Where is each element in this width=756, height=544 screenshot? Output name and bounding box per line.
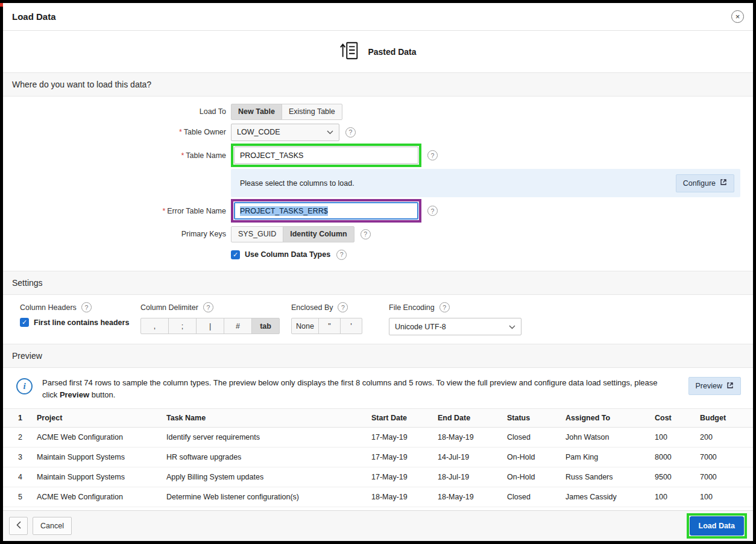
selected-text: PROJECT_TASKS_ERR$ [240, 206, 328, 216]
error-table-name-help-icon[interactable]: ? [427, 206, 438, 216]
table-header-cell: Budget [694, 409, 753, 428]
table-name-help-icon[interactable]: ? [427, 150, 438, 160]
enclosed-by-option-single-quote[interactable]: ' [340, 318, 362, 334]
table-cell: Maintain Support Systems [31, 467, 160, 487]
primary-keys-option-identity-column[interactable]: Identity Column [283, 226, 354, 242]
table-name-input[interactable] [234, 147, 418, 164]
cancel-button[interactable]: Cancel [33, 517, 72, 535]
dialog-title: Load Data [12, 11, 56, 22]
table-name-row: *Table Name ? [3, 144, 753, 167]
preview-note: i Parsed first 74 rows to sample the col… [3, 368, 753, 408]
load-data-button[interactable]: Load Data [690, 516, 744, 536]
table-header-cell: Cost [649, 409, 694, 428]
table-cell: On-Hold [501, 467, 559, 487]
table-header-cell: End Date [432, 409, 501, 428]
table-cell: Maintain Support Systems [31, 448, 160, 467]
column-delimiter-toggle: , ; | # tab [140, 318, 280, 334]
delimiter-option-tab[interactable]: tab [251, 318, 280, 334]
close-icon: × [736, 13, 740, 21]
file-encoding-select[interactable]: Unicode UTF-8 [389, 318, 521, 335]
column-delimiter-help-icon[interactable]: ? [203, 302, 213, 312]
configure-button[interactable]: Configure [676, 174, 734, 192]
chevron-left-icon [16, 521, 21, 531]
table-row: 5 ACME Web Configuration Determine Web l… [3, 487, 753, 507]
required-asterisk: * [162, 207, 165, 215]
delimiter-option-pipe[interactable]: | [196, 318, 224, 334]
check-icon: ✓ [22, 318, 27, 326]
table-cell: ACME Web Configuration [31, 487, 160, 507]
table-cell: 3 [3, 448, 31, 467]
chevron-down-icon [327, 128, 333, 136]
table-cell: 7000 [694, 448, 753, 467]
primary-keys-option-sys-guid[interactable]: SYS_GUID [231, 226, 283, 242]
column-delimiter-label-row: Column Delimiter ? [140, 302, 291, 312]
table-cell: 100 [649, 487, 694, 507]
table-cell: On-Hold [501, 448, 559, 467]
delimiter-option-hash[interactable]: # [224, 318, 252, 334]
table-header-cell: Status [501, 409, 559, 428]
table-row: 3 Maintain Support Systems HR software u… [3, 448, 753, 467]
table-owner-row: *Table Owner LOW_CODE ? [3, 123, 753, 141]
table-cell: Identify server requirements [160, 428, 365, 448]
table-cell: John Watson [559, 428, 649, 448]
load-data-dialog: Load Data × Pasted Data Where do you wan… [3, 3, 753, 541]
delimiter-option-comma[interactable]: , [140, 318, 169, 334]
first-line-headers-label: First line contains headers [34, 318, 129, 327]
file-encoding-help-icon[interactable]: ? [439, 302, 450, 312]
table-cell: Apply Billing System updates [160, 467, 365, 487]
enclosed-by-help-icon[interactable]: ? [338, 302, 348, 312]
chevron-down-icon [509, 323, 515, 331]
table-header-cell: Assigned To [559, 409, 649, 428]
column-headers-help-icon[interactable]: ? [81, 302, 92, 312]
required-asterisk: * [181, 151, 184, 160]
table-owner-select[interactable]: LOW_CODE [231, 124, 339, 141]
table-cell: 5 [3, 487, 31, 507]
enclosed-by-option-none[interactable]: None [291, 318, 319, 334]
load-to-toggle: New Table Existing Table [231, 104, 342, 120]
table-owner-value: LOW_CODE [237, 128, 280, 136]
use-column-data-types-checkbox[interactable]: ✓ [231, 250, 240, 259]
primary-keys-help-icon[interactable]: ? [361, 229, 371, 239]
table-cell: James Cassidy [559, 487, 649, 507]
section-settings-title: Settings [3, 271, 753, 295]
delimiter-option-semicolon[interactable]: ; [168, 318, 197, 334]
enclosed-by-option-double-quote[interactable]: " [318, 318, 341, 334]
first-line-headers-checkbox[interactable]: ✓ [20, 318, 29, 327]
close-button[interactable]: × [731, 10, 744, 23]
preview-button[interactable]: Preview [688, 377, 741, 395]
annotation-green-table-name [231, 144, 421, 167]
table-owner-help-icon[interactable]: ? [345, 127, 356, 138]
file-encoding-group: File Encoding ? Unicode UTF-8 [389, 302, 521, 335]
table-row: 2 ACME Web Configuration Identify server… [3, 428, 753, 448]
load-to-option-new-table[interactable]: New Table [231, 104, 282, 120]
primary-keys-row: Primary Keys SYS_GUID Identity Column ? [3, 225, 753, 243]
use-column-data-types-help-icon[interactable]: ? [336, 250, 347, 260]
file-encoding-label-row: File Encoding ? [389, 302, 521, 312]
table-cell: Russ Sanders [559, 467, 649, 487]
enclosed-by-toggle: None " ' [291, 318, 362, 334]
data-source-row: Pasted Data [3, 31, 753, 72]
table-cell: 17-May-19 [365, 428, 432, 448]
table-cell: 100 [649, 428, 694, 448]
file-encoding-value: Unicode UTF-8 [395, 323, 446, 331]
enclosed-by-group: Enclosed By ? None " ' [291, 302, 389, 335]
back-button[interactable] [9, 517, 28, 535]
load-to-row: Load To New Table Existing Table [3, 103, 753, 121]
load-to-option-existing-table[interactable]: Existing Table [282, 104, 342, 120]
table-cell: 9500 [649, 467, 694, 487]
table-cell: Pam King [559, 448, 649, 467]
error-table-name-input[interactable]: PROJECT_TASKS_ERR$ [234, 202, 418, 220]
table-row: 4 Maintain Support Systems Apply Billing… [3, 467, 753, 487]
check-icon: ✓ [233, 251, 238, 259]
preview-button-label: Preview [696, 382, 722, 390]
table-owner-label: *Table Owner [3, 128, 226, 136]
table-cell: 8000 [649, 448, 694, 467]
table-cell: 18-May-19 [432, 428, 501, 448]
enclosed-by-label: Enclosed By [291, 303, 333, 312]
table-cell: Closed [501, 428, 559, 448]
table-cell: 2 [3, 428, 31, 448]
table-header-cell: Task Name [160, 409, 365, 428]
table-cell: 18-May-19 [432, 487, 501, 507]
column-headers-group: Column Headers ? ✓ First line contains h… [20, 302, 140, 335]
table-cell: 18-Jul-19 [432, 467, 501, 487]
